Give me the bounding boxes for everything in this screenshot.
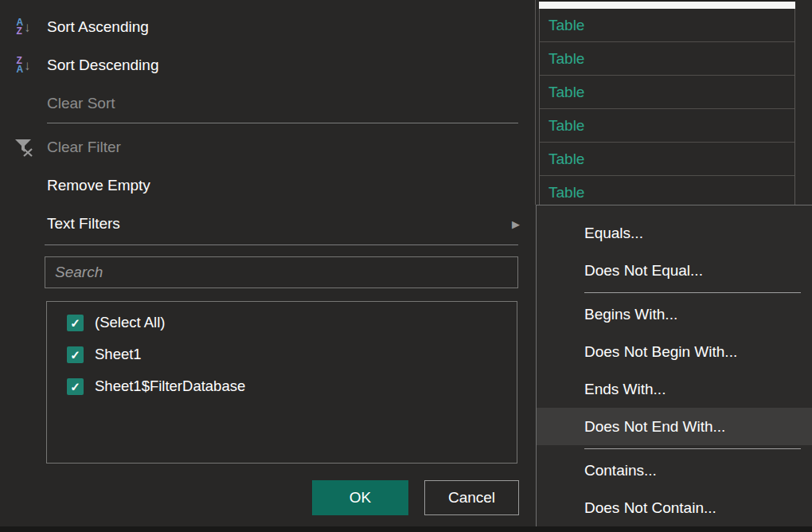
submenu-item-label: Does Not End With... — [584, 418, 725, 436]
submenu-item-label: Ends With... — [584, 381, 666, 398]
filter-value-list: ✓ (Select All) ✓ Sheet1 ✓ Sheet1$FilterD… — [46, 301, 517, 464]
clear-filter-icon — [13, 136, 35, 158]
submenu-item-does-not-begin-with[interactable]: Does Not Begin With... — [537, 333, 812, 370]
checklist-item-select-all[interactable]: ✓ (Select All) — [47, 307, 517, 338]
menu-item-remove-empty[interactable]: Remove Empty — [0, 166, 535, 205]
table-cell-link[interactable]: Table — [548, 184, 584, 201]
table-cell-link[interactable]: Table — [548, 84, 584, 101]
checklist-item-label: Sheet1 — [95, 346, 142, 363]
submenu-item-label: Does Not Equal... — [584, 262, 703, 280]
data-grid-background: Table Table Table Table Table Table — [530, 0, 812, 209]
submenu-item-begins-with[interactable]: Begins With... — [537, 295, 812, 333]
table-cell-link[interactable]: Table — [548, 117, 584, 135]
menu-item-label: Clear Filter — [47, 139, 121, 156]
checklist-item-sheet1[interactable]: ✓ Sheet1 — [47, 338, 517, 370]
submenu-separator — [584, 292, 801, 293]
submenu-item-does-not-equal[interactable]: Does Not Equal... — [537, 252, 812, 289]
table-cell[interactable]: Table — [540, 42, 794, 76]
table-cell[interactable]: Table — [540, 143, 794, 176]
search-box — [45, 256, 518, 288]
selected-column-header-strip — [539, 2, 795, 9]
submenu-item-ends-with[interactable]: Ends With... — [537, 370, 812, 408]
down-arrow-icon: ↓ — [24, 59, 31, 72]
power-query-filter-screen: Table Table Table Table Table Table A Z … — [0, 0, 812, 532]
sort-letter-a: A — [16, 65, 23, 74]
menu-item-label: Remove Empty — [47, 177, 150, 194]
table-column: Table Table Table Table Table Table — [539, 9, 795, 205]
text-filters-submenu: Equals... Does Not Equal... Begins With.… — [536, 205, 812, 526]
checkbox-checked-icon[interactable]: ✓ — [67, 315, 84, 331]
menu-item-text-filters[interactable]: Text Filters ▶ — [0, 205, 535, 243]
checkbox-checked-icon[interactable]: ✓ — [67, 378, 84, 395]
checklist-item-sheet1-filterdatabase[interactable]: ✓ Sheet1$FilterDatabase — [47, 370, 517, 402]
table-cell[interactable]: Table — [540, 76, 794, 109]
submenu-item-label: Does Not Begin With... — [584, 343, 737, 361]
submenu-item-equals[interactable]: Equals... — [537, 214, 812, 252]
menu-item-clear-filter: Clear Filter — [0, 128, 535, 166]
submenu-arrow-icon: ▶ — [512, 218, 520, 230]
submenu-item-label: Does Not Contain... — [584, 499, 716, 517]
down-arrow-icon: ↓ — [24, 21, 31, 34]
table-cell[interactable]: Table — [540, 176, 794, 205]
menu-item-clear-sort: Clear Sort — [0, 84, 535, 123]
submenu-separator — [584, 448, 801, 449]
menu-item-label: Text Filters — [47, 215, 120, 233]
menu-item-label: Clear Sort — [47, 95, 115, 112]
dialog-button-row: OK Cancel — [0, 480, 519, 515]
icon-gutter — [0, 136, 47, 158]
submenu-item-does-not-end-with[interactable]: Does Not End With... — [537, 408, 812, 445]
table-cell-link[interactable]: Table — [548, 17, 584, 34]
table-cell-link[interactable]: Table — [548, 50, 584, 68]
menu-item-label: Sort Ascending — [47, 18, 149, 36]
submenu-item-label: Begins With... — [584, 306, 677, 323]
checkbox-checked-icon[interactable]: ✓ — [67, 346, 84, 363]
menu-item-sort-descending[interactable]: Z A ↓ Sort Descending — [0, 46, 535, 84]
icon-gutter: A Z ↓ — [0, 18, 47, 36]
sort-ascending-icon: A Z ↓ — [16, 18, 30, 36]
checklist-item-label: (Select All) — [95, 314, 165, 331]
ok-button[interactable]: OK — [312, 480, 408, 515]
icon-gutter: Z A ↓ — [0, 57, 47, 74]
cancel-button[interactable]: Cancel — [424, 480, 519, 515]
menu-separator — [45, 244, 518, 245]
window-bottom-edge — [0, 526, 812, 532]
sort-letter-z: Z — [16, 27, 23, 36]
menu-separator — [47, 123, 518, 128]
sort-descending-icon: Z A ↓ — [16, 57, 30, 74]
grid-column-divider — [535, 0, 536, 205]
table-cell[interactable]: Table — [540, 109, 794, 143]
menu-item-label: Sort Descending — [47, 57, 158, 74]
submenu-item-label: Equals... — [584, 225, 643, 242]
table-cell-link[interactable]: Table — [548, 151, 584, 168]
table-cell[interactable]: Table — [540, 9, 794, 42]
search-input[interactable] — [45, 257, 517, 288]
menu-item-sort-ascending[interactable]: A Z ↓ Sort Ascending — [0, 8, 535, 46]
submenu-item-does-not-contain[interactable]: Does Not Contain... — [537, 489, 812, 526]
checklist-item-label: Sheet1$FilterDatabase — [95, 377, 245, 395]
submenu-item-label: Contains... — [584, 462, 657, 479]
submenu-item-contains[interactable]: Contains... — [537, 452, 812, 489]
filter-dropdown-panel: A Z ↓ Sort Ascending Z A ↓ Sort Descendi — [0, 0, 535, 526]
